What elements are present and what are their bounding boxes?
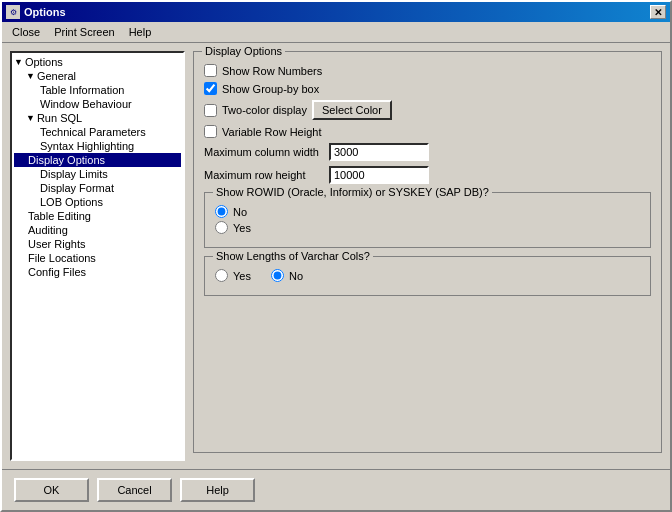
max-col-width-row: Maximum column width: [204, 143, 651, 161]
tree-item-6[interactable]: Syntax Highlighting: [14, 139, 181, 153]
options-window: ⚙ Options ✕ Close Print Screen Help ▼Opt…: [0, 0, 672, 512]
rowid-no-row: No: [215, 205, 640, 218]
two-color-label: Two-color display: [222, 104, 307, 116]
tree-item-15[interactable]: Config Files: [14, 265, 181, 279]
rowid-yes-radio[interactable]: [215, 221, 228, 234]
window-icon: ⚙: [6, 5, 20, 19]
tree-item-label-7: Display Options: [28, 154, 105, 166]
rowid-no-radio[interactable]: [215, 205, 228, 218]
tree-item-label-14: File Locations: [28, 252, 96, 264]
varchar-yes-row: Yes: [215, 269, 251, 282]
tree-item-label-1: General: [37, 70, 76, 82]
tree-item-label-0: Options: [25, 56, 63, 68]
menu-print-screen[interactable]: Print Screen: [48, 24, 121, 40]
menu-close[interactable]: Close: [6, 24, 46, 40]
two-color-row: Two-color display Select Color: [204, 100, 651, 120]
variable-row-height-label: Variable Row Height: [222, 126, 321, 138]
show-row-numbers-label: Show Row Numbers: [222, 65, 322, 77]
tree-item-0[interactable]: ▼Options: [14, 55, 181, 69]
rowid-yes-label: Yes: [233, 222, 251, 234]
cancel-button[interactable]: Cancel: [97, 478, 172, 502]
tree-item-10[interactable]: LOB Options: [14, 195, 181, 209]
max-row-height-input[interactable]: [329, 166, 429, 184]
tree-item-3[interactable]: Window Behaviour: [14, 97, 181, 111]
tree-item-13[interactable]: User Rights: [14, 237, 181, 251]
tree-item-8[interactable]: Display Limits: [14, 167, 181, 181]
tree-item-label-12: Auditing: [28, 224, 68, 236]
tree-item-4[interactable]: ▼Run SQL: [14, 111, 181, 125]
display-options-inner: Show Row Numbers Show Group-by box Two-c…: [204, 64, 651, 296]
close-button[interactable]: ✕: [650, 5, 666, 19]
max-col-width-input[interactable]: [329, 143, 429, 161]
varchar-yes-radio[interactable]: [215, 269, 228, 282]
varchar-no-radio[interactable]: [271, 269, 284, 282]
menu-bar: Close Print Screen Help: [2, 22, 670, 43]
rowid-group-title: Show ROWID (Oracle, Informix) or SYSKEY …: [213, 186, 492, 198]
show-row-numbers-checkbox[interactable]: [204, 64, 217, 77]
tree-item-label-15: Config Files: [28, 266, 86, 278]
show-group-by-checkbox[interactable]: [204, 82, 217, 95]
rowid-yes-row: Yes: [215, 221, 640, 234]
max-row-height-row: Maximum row height: [204, 166, 651, 184]
varchar-yes-label: Yes: [233, 270, 251, 282]
ok-button[interactable]: OK: [14, 478, 89, 502]
two-color-checkbox[interactable]: [204, 104, 217, 117]
variable-row-height-row: Variable Row Height: [204, 125, 651, 138]
variable-row-height-checkbox[interactable]: [204, 125, 217, 138]
tree-item-label-13: User Rights: [28, 238, 85, 250]
varchar-no-label: No: [289, 270, 303, 282]
title-bar: ⚙ Options ✕: [2, 2, 670, 22]
tree-item-1[interactable]: ▼General: [14, 69, 181, 83]
varchar-no-row: No: [271, 269, 303, 282]
bottom-bar: OK Cancel Help: [2, 469, 670, 510]
tree-icon-4: ▼: [26, 113, 35, 123]
show-group-by-label: Show Group-by box: [222, 83, 319, 95]
rowid-group: Show ROWID (Oracle, Informix) or SYSKEY …: [204, 192, 651, 248]
menu-help[interactable]: Help: [123, 24, 158, 40]
tree-item-label-2: Table Information: [40, 84, 124, 96]
window-title: Options: [24, 6, 66, 18]
tree-item-5[interactable]: Technical Parameters: [14, 125, 181, 139]
tree-item-7[interactable]: Display Options: [14, 153, 181, 167]
tree-item-label-9: Display Format: [40, 182, 114, 194]
main-content: ▼Options▼GeneralTable InformationWindow …: [2, 43, 670, 469]
tree-item-label-8: Display Limits: [40, 168, 108, 180]
select-color-button[interactable]: Select Color: [312, 100, 392, 120]
tree-item-label-11: Table Editing: [28, 210, 91, 222]
display-options-title: Display Options: [202, 45, 285, 57]
help-button[interactable]: Help: [180, 478, 255, 502]
varchar-group-title: Show Lengths of Varchar Cols?: [213, 250, 373, 262]
title-bar-left: ⚙ Options: [6, 5, 66, 19]
tree-item-11[interactable]: Table Editing: [14, 209, 181, 223]
tree-item-12[interactable]: Auditing: [14, 223, 181, 237]
tree-item-2[interactable]: Table Information: [14, 83, 181, 97]
tree-item-label-10: LOB Options: [40, 196, 103, 208]
tree-panel[interactable]: ▼Options▼GeneralTable InformationWindow …: [10, 51, 185, 461]
show-row-numbers-row: Show Row Numbers: [204, 64, 651, 77]
display-options-group: Display Options Show Row Numbers Show Gr…: [193, 51, 662, 453]
varchar-group: Show Lengths of Varchar Cols? Yes No: [204, 256, 651, 296]
max-row-height-label: Maximum row height: [204, 169, 324, 181]
right-panel: Display Options Show Row Numbers Show Gr…: [193, 51, 662, 461]
tree-item-label-6: Syntax Highlighting: [40, 140, 134, 152]
rowid-no-label: No: [233, 206, 247, 218]
tree-item-label-3: Window Behaviour: [40, 98, 132, 110]
tree-item-9[interactable]: Display Format: [14, 181, 181, 195]
show-group-by-row: Show Group-by box: [204, 82, 651, 95]
tree-item-label-5: Technical Parameters: [40, 126, 146, 138]
tree-icon-0: ▼: [14, 57, 23, 67]
max-col-width-label: Maximum column width: [204, 146, 324, 158]
tree-icon-1: ▼: [26, 71, 35, 81]
tree-item-label-4: Run SQL: [37, 112, 82, 124]
tree-item-14[interactable]: File Locations: [14, 251, 181, 265]
